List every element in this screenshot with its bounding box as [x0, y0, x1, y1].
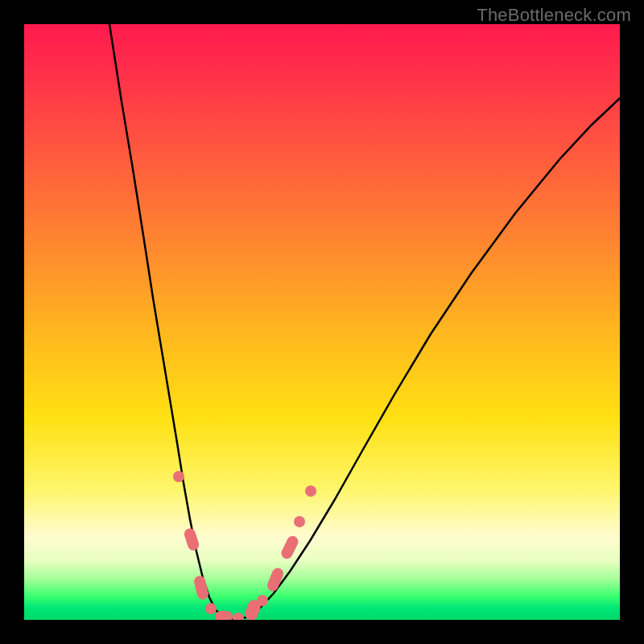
plot-area: [24, 24, 620, 620]
marker-lozenge: [215, 611, 233, 620]
marker-lozenge: [279, 534, 300, 560]
marker-layer: [173, 471, 316, 620]
marker-dot: [257, 595, 268, 606]
marker-dot: [173, 471, 184, 482]
marker-dot: [294, 516, 305, 527]
watermark-label: TheBottleneck.com: [477, 5, 631, 26]
marker-lozenge: [266, 566, 285, 592]
marker-dot: [205, 603, 217, 614]
marker-dot: [233, 613, 244, 620]
curve-layer: [24, 24, 620, 620]
chart-frame: TheBottleneck.com: [0, 0, 644, 644]
marker-lozenge: [183, 527, 200, 552]
marker-dot: [305, 485, 316, 497]
